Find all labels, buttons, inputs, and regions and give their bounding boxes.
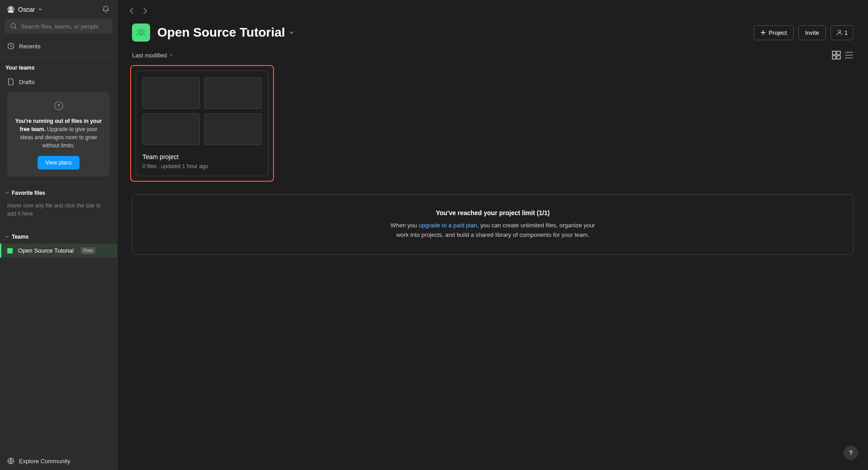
team-title-row: Open Source Tutorial Project Invite 1: [118, 18, 868, 51]
preview-tile: [204, 77, 262, 109]
svg-rect-10: [832, 56, 836, 59]
nav-recents-label: Recents: [19, 43, 41, 50]
avatar: [7, 6, 14, 13]
explore-community[interactable]: Explore Community: [0, 454, 117, 468]
view-toggle: [832, 51, 854, 60]
toolbar-row: Last modified: [118, 51, 868, 65]
chevron-down-icon: [170, 53, 173, 57]
divider: [0, 182, 117, 183]
chevron-down-icon: [289, 30, 294, 35]
list-view-icon[interactable]: [844, 51, 854, 60]
limit-body: When you upgrade to a paid plan, you can…: [384, 221, 601, 240]
caret-down-icon: [5, 191, 9, 195]
team-title-text: Open Source Tutorial: [157, 25, 285, 40]
favorites-header[interactable]: Favorite files: [0, 186, 117, 200]
sort-label: Last modified: [132, 52, 167, 59]
caret-down-icon: [5, 235, 9, 239]
upload-icon: [54, 101, 64, 111]
svg-rect-8: [832, 51, 836, 55]
new-project-button[interactable]: Project: [754, 25, 793, 40]
teams-label: Teams: [12, 234, 28, 240]
notifications-icon[interactable]: [102, 5, 110, 14]
people-icon: [136, 28, 146, 38]
search-input[interactable]: [21, 23, 107, 30]
account-switcher[interactable]: Oscar: [7, 6, 42, 13]
project-name: Team project: [142, 153, 262, 160]
content-area: Team project 0 files · updated 1 hour ag…: [118, 65, 868, 255]
svg-point-6: [141, 29, 144, 32]
upgrade-text: You're running out of files in your free…: [14, 117, 104, 150]
sort-dropdown[interactable]: Last modified: [132, 52, 173, 59]
nav-recents[interactable]: Recents: [0, 39, 117, 53]
grid-view-icon[interactable]: [832, 51, 841, 60]
explore-label: Explore Community: [19, 458, 70, 465]
project-preview: [136, 71, 268, 151]
preview-tile: [142, 77, 200, 109]
file-icon: [7, 78, 14, 85]
forward-icon[interactable]: [141, 7, 148, 14]
invite-button-label: Invite: [805, 29, 819, 36]
teams-header[interactable]: Teams: [0, 230, 117, 244]
your-teams-header[interactable]: Your teams: [0, 61, 117, 75]
member-count-value: 1: [844, 29, 848, 36]
main-header: [118, 0, 868, 18]
back-icon[interactable]: [128, 7, 136, 14]
project-button-label: Project: [769, 29, 787, 36]
nav-drafts[interactable]: Drafts: [0, 75, 117, 89]
main-content: Open Source Tutorial Project Invite 1 La…: [118, 0, 868, 470]
project-card[interactable]: Team project 0 files · updated 1 hour ag…: [130, 65, 274, 182]
sidebar-team-item[interactable]: Open Source Tutorial Free: [0, 244, 117, 258]
limit-prefix: When you: [391, 222, 419, 229]
preview-tile: [142, 113, 200, 145]
svg-point-1: [11, 24, 15, 28]
account-name: Oscar: [18, 6, 35, 13]
favorites-label: Favorite files: [12, 190, 45, 196]
search-box[interactable]: [5, 19, 113, 33]
free-badge: Free: [81, 247, 96, 254]
plus-icon: [760, 30, 766, 35]
help-button[interactable]: ?: [844, 446, 858, 460]
sidebar-bottom: Explore Community: [0, 451, 117, 470]
search-icon: [10, 23, 17, 30]
invite-button[interactable]: Invite: [798, 25, 826, 40]
project-subtitle: 0 files · updated 1 hour ago: [142, 163, 262, 169]
upgrade-link[interactable]: upgrade to a paid plan: [419, 222, 477, 229]
favorites-helper-text: Hover over any file and click the star t…: [0, 200, 117, 222]
history-nav: [128, 7, 148, 14]
team-name: Open Source Tutorial: [18, 247, 74, 254]
limit-title: You've reached your project limit (1/1): [151, 209, 835, 216]
nav-drafts-label: Drafts: [19, 79, 35, 85]
sidebar: Oscar Recents Your teams Drafts: [0, 0, 118, 470]
team-avatar: [132, 24, 150, 42]
person-icon: [836, 29, 843, 36]
preview-tile: [204, 113, 262, 145]
upgrade-card: You're running out of files in your free…: [7, 92, 110, 177]
clock-icon: [7, 42, 14, 50]
sidebar-header: Oscar: [0, 0, 117, 19]
team-title[interactable]: Open Source Tutorial: [157, 25, 294, 40]
divider: [0, 57, 117, 57]
project-meta: Team project 0 files · updated 1 hour ag…: [136, 151, 268, 176]
divider: [0, 226, 117, 226]
member-count[interactable]: 1: [830, 25, 854, 40]
person-icon: [7, 6, 14, 13]
help-label: ?: [849, 449, 853, 456]
team-color-swatch: [7, 248, 13, 254]
svg-point-5: [138, 29, 141, 32]
view-plans-button[interactable]: View plans: [38, 156, 80, 169]
header-actions: Project Invite 1: [754, 25, 854, 40]
svg-point-0: [9, 7, 12, 9]
svg-point-7: [838, 30, 840, 33]
globe-icon: [7, 457, 14, 465]
svg-rect-9: [837, 51, 840, 55]
your-teams-label: Your teams: [5, 65, 34, 71]
chevron-down-icon: [38, 8, 42, 11]
svg-rect-11: [837, 56, 840, 59]
limit-notice: You've reached your project limit (1/1) …: [132, 194, 854, 255]
